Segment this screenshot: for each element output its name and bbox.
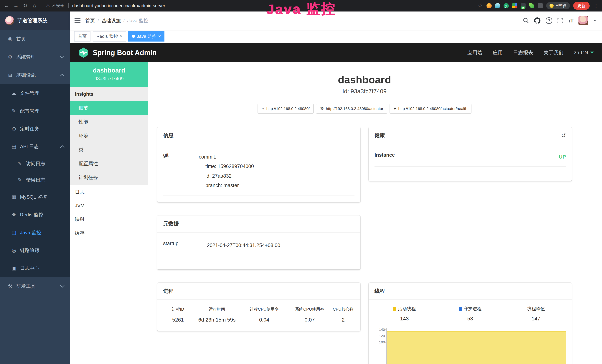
extension-drop-icon[interactable] <box>495 3 500 8</box>
health-card: 健康 ↺ Instance UP <box>369 127 572 181</box>
avatar[interactable] <box>579 16 588 25</box>
url-text[interactable]: dashboard.yudao.iocoder.cn/infra/admin-s… <box>72 3 165 8</box>
address-bar[interactable]: ⚠ 不安全 dashboard.yudao.iocoder.cn/infra/a… <box>46 3 165 9</box>
threads-chart-plot <box>386 328 568 364</box>
sidebar-item-scheduled-jobs[interactable]: ◷ 定时任务 <box>0 120 70 138</box>
search-icon[interactable] <box>523 18 529 23</box>
peak-threads-label: 线程峰值 <box>527 306 545 311</box>
fullscreen-icon[interactable] <box>558 18 563 23</box>
page-title: dashboard <box>157 73 572 86</box>
sba-locale-select[interactable]: zh-CN <box>574 50 594 56</box>
tab-redis-monitor[interactable]: Redis 监控 × <box>93 31 126 42</box>
health-row-instance: Instance UP <box>375 146 566 167</box>
app-logo-area[interactable]: 芋道管理系统 <box>0 11 70 30</box>
sba-nav-journal[interactable]: 日志报表 <box>513 49 533 56</box>
sba-nav-about[interactable]: 关于我们 <box>543 49 563 56</box>
paused-extension-chip[interactable]: 已暂停 <box>546 2 570 9</box>
browser-home-icon[interactable]: ⌂ <box>32 0 37 11</box>
sidebar-item-config-management[interactable]: ✎ 配置管理 <box>0 102 70 120</box>
ytick-120: 120 <box>374 334 385 340</box>
forward-icon[interactable]: → <box>13 0 19 11</box>
process-value-syscpu: 0.07 <box>287 317 332 323</box>
sidebar-item-dev-tools[interactable]: ⚒ 研发工具 <box>0 277 70 295</box>
sidebar-item-access-logs[interactable]: ✎ 访问日志 <box>0 155 70 172</box>
font-size-icon[interactable]: TT <box>568 17 573 24</box>
cards-grid: 信息 git commit: time: 1596289704000 id: 2… <box>157 127 602 364</box>
link-base-url[interactable]: ⌂ http://192.168.0.2:48080/ <box>258 104 314 114</box>
insights-group: Insights 细节 性能 环境 类 配置属性 计划任务 <box>70 87 148 185</box>
sidebar-item-redis-monitor[interactable]: ❖ Redis 监控 <box>0 206 70 224</box>
breadcrumb-separator: / <box>123 18 125 23</box>
history-icon[interactable]: ↺ <box>561 132 566 139</box>
sba-item-caches[interactable]: 缓存 <box>70 226 148 240</box>
sidebar-item-mysql-monitor[interactable]: ▦ MySQL 监控 <box>0 188 70 206</box>
reload-icon[interactable]: ↻ <box>22 0 28 11</box>
info-card-title: 信息 <box>157 127 360 144</box>
breadcrumb-home[interactable]: 首页 <box>85 17 95 24</box>
sidebar-item-label: API 日志 <box>20 143 39 150</box>
sidebar-item-api-logs[interactable]: ▤ API 日志 <box>0 138 70 155</box>
sba-item-loggers[interactable]: 日志 <box>70 185 148 199</box>
sba-item-mappings[interactable]: 映射 <box>70 212 148 226</box>
link-actuator-url[interactable]: ⚒ http://192.168.0.2:48080/actuator <box>316 104 387 114</box>
bookmark-star-icon[interactable]: ☆ <box>477 0 483 11</box>
sidebar-item-system[interactable]: ⚙ 系统管理 <box>0 48 70 66</box>
sidebar-item-log-center[interactable]: ▣ 日志中心 <box>0 259 70 277</box>
sba-sidebar: dashboard 93a3fc7f7409 Insights 细节 性能 环境… <box>70 62 148 364</box>
help-icon[interactable]: ? <box>546 17 552 24</box>
metadata-card: 元数据 startup 2021-04-27T00:44:31.254+08:0… <box>157 215 360 269</box>
sba-item-beans[interactable]: 类 <box>70 143 148 157</box>
sba-item-metrics[interactable]: 性能 <box>70 115 148 129</box>
link-text: http://192.168.0.2:48080/actuator/health <box>398 107 467 111</box>
browser-menu-icon[interactable]: ⋮ <box>594 3 599 9</box>
sba-item-environment[interactable]: 环境 <box>70 129 148 143</box>
daemon-threads-label: 守护进程 <box>464 306 482 311</box>
extension-y-icon[interactable]: y <box>504 3 509 8</box>
close-icon[interactable]: × <box>120 34 122 39</box>
hamburger-icon[interactable] <box>70 18 85 23</box>
link-health-url[interactable]: ♥ http://192.168.0.2:48080/actuator/heal… <box>389 104 472 114</box>
git-commit-line: commit: <box>199 152 355 162</box>
daemon-threads-value: 53 <box>437 316 503 322</box>
extension-plugin-icon[interactable] <box>538 3 543 8</box>
sidebar-item-error-logs[interactable]: ✎ 错误日志 <box>0 172 70 188</box>
threads-legend: 活动线程 143 守护进程 53 线程峰值 147 <box>372 306 569 322</box>
process-value-pid: 5261 <box>163 317 193 323</box>
link-text: http://192.168.0.2:48080/actuator <box>326 107 383 111</box>
extension-leaf-icon[interactable] <box>529 3 534 8</box>
sba-item-details[interactable]: 细节 <box>70 101 148 115</box>
update-button[interactable]: 更新 <box>573 2 590 10</box>
sba-item-scheduled-tasks[interactable]: 计划任务 <box>70 171 148 184</box>
sidebar-item-file-management[interactable]: ☁ 文件管理 <box>0 84 70 102</box>
security-label: 不安全 <box>52 3 64 9</box>
sba-nav-applications[interactable]: 应用 <box>493 49 503 56</box>
extension-fox-icon[interactable] <box>486 3 492 8</box>
chevron-down-icon <box>60 283 64 288</box>
sba-nav-wallboard[interactable]: 应用墙 <box>467 49 482 56</box>
sidebar-item-home[interactable]: ◉ 首页 <box>0 30 70 48</box>
active-threads-swatch <box>393 307 396 310</box>
breadcrumb-infrastructure[interactable]: 基础设施 <box>101 17 121 24</box>
insights-group-label[interactable]: Insights <box>70 87 148 101</box>
sba-item-jvm[interactable]: JVM <box>70 199 148 212</box>
sidebar-item-label: 配置管理 <box>20 108 39 114</box>
sidebar-item-tracing[interactable]: ◎ 链路追踪 <box>0 241 70 259</box>
sba-brand[interactable]: Spring Boot Admin <box>78 47 157 58</box>
tab-java-monitor[interactable]: Java 监控 × <box>128 31 164 42</box>
instance-header[interactable]: dashboard 93a3fc7f7409 <box>70 62 148 87</box>
sidebar-item-java-monitor[interactable]: ◫ Java 监控 <box>0 224 70 241</box>
heartbeat-icon: ♥ <box>394 106 396 111</box>
github-icon[interactable] <box>534 17 540 24</box>
sba-nav: 应用墙 应用 日志报表 关于我们 zh-CN <box>467 49 594 56</box>
threads-chart: 140 120 100 <box>374 328 568 364</box>
back-icon[interactable]: ← <box>4 0 10 11</box>
tab-home[interactable]: 首页 <box>74 31 90 42</box>
sba-item-configprops[interactable]: 配置属性 <box>70 157 148 171</box>
close-icon[interactable]: × <box>158 34 161 39</box>
process-value-cores: 2 <box>332 317 355 323</box>
sidebar-item-infrastructure[interactable]: ⊞ 基础设施 <box>0 66 70 84</box>
extension-onetab-icon[interactable]: on <box>521 3 526 8</box>
error-log-icon: ✎ <box>17 177 23 183</box>
extension-grid-icon[interactable] <box>512 3 517 8</box>
breadcrumb-current: Java 监控 <box>127 17 148 24</box>
